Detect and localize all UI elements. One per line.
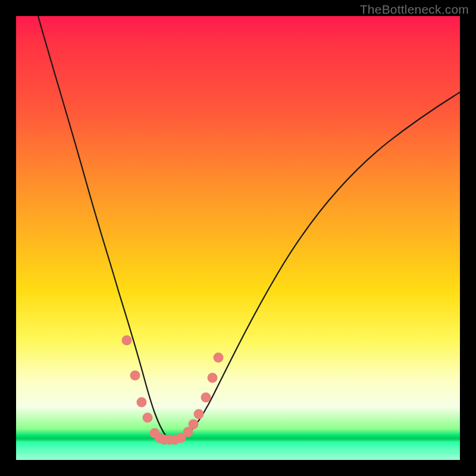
- frame-border: TheBottleneck.com: [0, 0, 476, 476]
- marker-dot: [189, 419, 199, 430]
- marker-dot: [208, 373, 218, 383]
- marker-dot: [122, 336, 132, 346]
- marker-dot: [130, 371, 140, 381]
- marker-dot: [137, 397, 147, 408]
- marker-dot: [214, 353, 224, 363]
- curve-svg: [16, 16, 460, 460]
- marker-dot: [201, 393, 211, 403]
- bottleneck-curve: [38, 16, 460, 440]
- plot-area: [16, 16, 460, 460]
- watermark-text: TheBottleneck.com: [360, 2, 469, 17]
- marker-dot: [194, 409, 204, 419]
- marker-dot: [143, 413, 153, 423]
